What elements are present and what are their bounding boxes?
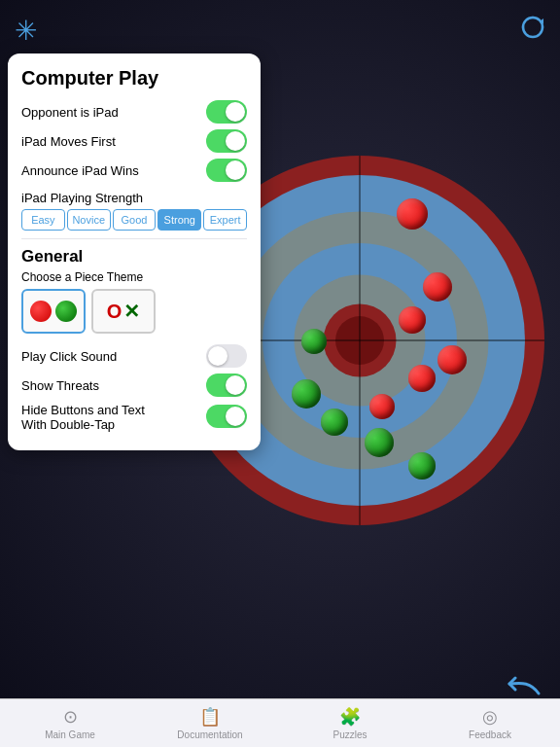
piece-red-1 bbox=[397, 198, 428, 230]
theme-boxes: O ✕ bbox=[21, 289, 247, 334]
ipad-moves-row: iPad Moves First bbox=[21, 126, 247, 156]
tab-main-game[interactable]: ⊙ Main Game bbox=[0, 702, 140, 744]
click-sound-label: Play Click Sound bbox=[21, 349, 117, 364]
documentation-icon: 📋 bbox=[199, 706, 221, 728]
hide-buttons-toggle[interactable] bbox=[206, 405, 247, 428]
opponent-label: Opponent is iPad bbox=[21, 105, 119, 120]
ipad-moves-toggle[interactable] bbox=[206, 129, 247, 153]
hide-buttons-row: Hide Buttons and TextWith Double-Tap bbox=[21, 400, 247, 435]
announce-row: Announce iPad Wins bbox=[21, 156, 247, 185]
panel-title: Computer Play bbox=[21, 67, 247, 89]
divider-1 bbox=[21, 238, 247, 239]
theme-xo-symbols: O ✕ bbox=[107, 300, 141, 323]
feedback-icon: ◎ bbox=[482, 706, 498, 728]
piece-green-3 bbox=[365, 428, 394, 457]
strength-easy[interactable]: Easy bbox=[21, 209, 65, 231]
documentation-label: Documentation bbox=[177, 729, 242, 740]
tab-feedback[interactable]: ◎ Feedback bbox=[420, 702, 560, 744]
main-game-label: Main Game bbox=[45, 729, 95, 740]
strength-expert[interactable]: Expert bbox=[203, 209, 247, 231]
theme-o-symbol: O bbox=[107, 301, 122, 323]
announce-toggle[interactable] bbox=[206, 159, 247, 182]
click-sound-row: Play Click Sound bbox=[21, 341, 247, 371]
opponent-toggle-knob bbox=[226, 102, 245, 122]
show-threats-toggle[interactable] bbox=[206, 374, 247, 397]
ipad-moves-toggle-knob bbox=[226, 131, 245, 151]
show-threats-label: Show Threats bbox=[21, 378, 99, 393]
opponent-toggle[interactable] bbox=[206, 100, 247, 124]
strength-good[interactable]: Good bbox=[113, 209, 157, 231]
piece-green-4 bbox=[408, 452, 436, 480]
strength-label: iPad Playing Strength bbox=[21, 191, 247, 205]
refresh-icon[interactable] bbox=[520, 15, 545, 46]
announce-toggle-knob bbox=[226, 160, 245, 180]
piece-red-3 bbox=[399, 306, 426, 334]
piece-green-1 bbox=[292, 379, 321, 409]
opponent-row: Opponent is iPad bbox=[21, 97, 247, 126]
general-title: General bbox=[21, 247, 247, 267]
click-sound-toggle[interactable] bbox=[206, 344, 247, 368]
show-threats-toggle-knob bbox=[226, 375, 245, 395]
strength-section: iPad Playing Strength Easy Novice Good S… bbox=[21, 191, 247, 231]
click-sound-toggle-knob bbox=[208, 346, 228, 366]
theme-circles[interactable] bbox=[21, 289, 86, 334]
piece-green-2 bbox=[321, 409, 348, 436]
theme-label: Choose a Piece Theme bbox=[21, 270, 247, 284]
sun-icon[interactable]: ✳ bbox=[15, 15, 37, 47]
piece-red-6 bbox=[369, 394, 395, 419]
strength-buttons: Easy Novice Good Strong Expert bbox=[21, 209, 247, 231]
tab-documentation[interactable]: 📋 Documentation bbox=[140, 702, 280, 744]
feedback-label: Feedback bbox=[469, 729, 511, 740]
tab-puzzles[interactable]: 🧩 Puzzles bbox=[280, 702, 420, 744]
ipad-moves-label: iPad Moves First bbox=[21, 134, 116, 149]
settings-panel: Computer Play Opponent is iPad iPad Move… bbox=[8, 53, 261, 450]
strength-strong[interactable]: Strong bbox=[158, 209, 201, 231]
tab-bar: ⊙ Main Game 📋 Documentation 🧩 Puzzles ◎ … bbox=[0, 698, 560, 747]
puzzles-icon: 🧩 bbox=[339, 706, 361, 728]
main-game-icon: ⊙ bbox=[63, 706, 78, 728]
show-threats-row: Show Threats bbox=[21, 371, 247, 400]
strength-novice[interactable]: Novice bbox=[67, 209, 111, 231]
announce-label: Announce iPad Wins bbox=[21, 163, 139, 178]
piece-green-5 bbox=[301, 329, 327, 354]
theme-x-symbol: ✕ bbox=[123, 300, 140, 323]
theme-circle-green bbox=[55, 301, 77, 322]
piece-red-4 bbox=[438, 345, 467, 374]
piece-red-5 bbox=[408, 365, 436, 392]
theme-circle-red bbox=[30, 301, 52, 322]
theme-xo[interactable]: O ✕ bbox=[91, 289, 156, 334]
hide-buttons-label: Hide Buttons and TextWith Double-Tap bbox=[21, 403, 145, 432]
puzzles-label: Puzzles bbox=[332, 729, 367, 740]
hide-buttons-toggle-knob bbox=[226, 407, 245, 426]
piece-red-2 bbox=[423, 272, 452, 302]
